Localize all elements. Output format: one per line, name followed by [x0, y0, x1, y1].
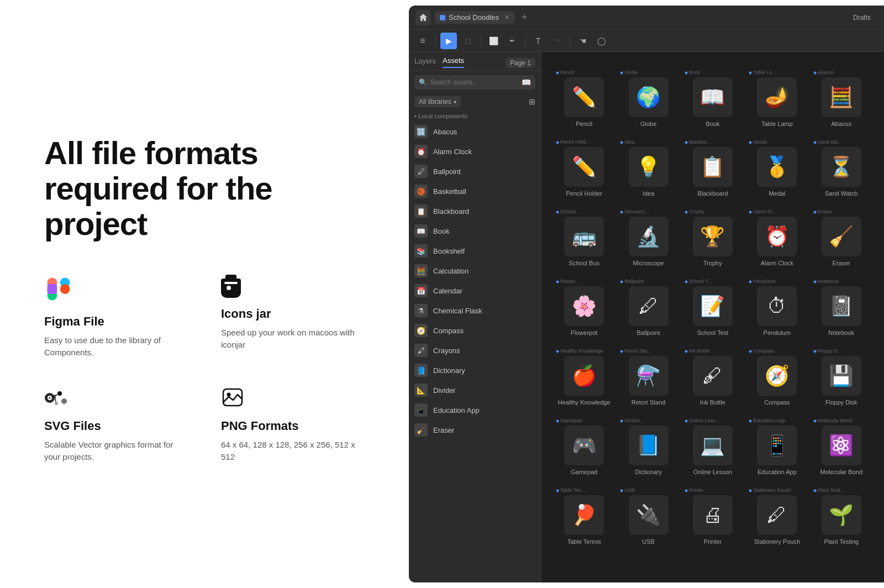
sidebar-tab-assets[interactable]: Assets [443, 56, 464, 68]
icon-cell[interactable]: ◆ Blackbo... 📋 Blackboard [681, 133, 744, 201]
icon-tag-label: Printer [689, 487, 704, 493]
tool-frame[interactable]: ⬚ [459, 33, 476, 49]
icon-cell[interactable]: ◆ Abacus 🧮 Abacus [810, 63, 873, 132]
sidebar-item[interactable]: 🧭 Compass [409, 321, 541, 340]
icon-cell[interactable]: ◆ School... 🚌 School Bus [552, 202, 615, 271]
sidebar-item[interactable]: 🖍 Crayons [409, 340, 541, 360]
item-icon: 📐 [414, 384, 428, 397]
icon-cell[interactable]: ◆ Retort Sta... ⚗️ Retort Stand [617, 342, 680, 410]
sidebar-item[interactable]: 🏀 Basketball [409, 181, 541, 201]
icon-cell[interactable]: ◆ Ballpoint 🖊 Ballpoint [617, 272, 680, 340]
item-icon-emoji: ⏰ [417, 148, 425, 156]
icon-name-label: Pencil Holder [566, 190, 602, 197]
tool-hand[interactable]: ☚ [575, 33, 591, 49]
tool-rect[interactable]: ⬜ [485, 33, 502, 49]
tool-select[interactable]: ▶ [440, 33, 457, 49]
tool-component[interactable]: ⋯ [549, 33, 565, 49]
tool-text[interactable]: T [530, 33, 546, 49]
sidebar-tab-row: Layers Assets Page 1 [409, 52, 541, 71]
icon-name-label: Ballpoint [636, 329, 660, 336]
icon-cell[interactable]: ◆ Eraser 🧹 Eraser [810, 202, 873, 271]
sidebar-item[interactable]: 🧹 Eraser [409, 420, 541, 440]
svg-point-8 [57, 391, 62, 396]
diamond-icon: ◆ [685, 488, 688, 493]
icon-cell[interactable]: ◆ Notebook 📓 Notebook [810, 272, 873, 340]
figma-sidebar: Layers Assets Page 1 🔍 📖 All libraries ▾… [409, 52, 541, 582]
grid-view-button[interactable]: ⊞ [529, 97, 535, 106]
icon-cell[interactable]: ◆ USB 🔌 USB [617, 481, 680, 549]
icon-cell[interactable]: ◆ Microsco... 🔬 Microscope [617, 202, 680, 271]
icon-cell[interactable]: ◆ Medal 🥇 Medal [745, 133, 808, 201]
add-tab-button[interactable]: + [518, 12, 531, 23]
diamond-icon: ◆ [620, 488, 623, 493]
icon-name-label: Printer [704, 538, 722, 545]
icon-image: ⚛️ [822, 426, 861, 465]
icon-cell[interactable]: ◆ Gamepad 🎮 Gamepad [552, 411, 615, 480]
figma-tab-school-doodles[interactable]: School Doodles ✕ [434, 11, 515, 24]
icon-tag: ◆ Retort Sta... [620, 348, 676, 354]
icon-cell[interactable]: ◆ Compass 🧭 Compass [745, 342, 808, 410]
sidebar-item[interactable]: ⏰ Alarm Clock [409, 141, 541, 161]
icon-cell[interactable]: ◆ Globe 🌍 Globe [617, 63, 680, 132]
sidebar-tab-layers[interactable]: Layers [414, 57, 436, 67]
assets-search-bar: 🔍 📖 [414, 75, 535, 90]
icon-name-label: Eraser [833, 260, 850, 266]
figma-tool-row: ≡ ▶ ⬚ ⬜ ✒ T ⋯ ☚ ◯ [409, 30, 884, 52]
sidebar-item[interactable]: 📅 Calendar [409, 281, 541, 301]
icon-tag-label: Trophy [689, 209, 704, 214]
icon-cell[interactable]: ◆ Book 📖 Book [681, 63, 744, 132]
sidebar-item[interactable]: 📖 Book [409, 221, 541, 241]
item-icon: 📋 [414, 204, 428, 218]
icon-cell[interactable]: ◆ Education App 📱 Education App [745, 411, 808, 480]
icon-cell[interactable]: ◆ Pencil Hold... ✏️ Pencil Holder [552, 133, 615, 201]
sidebar-item[interactable]: 📐 Divider [409, 380, 541, 400]
icon-cell[interactable]: ◆ Diction... 📘 Dictionary [617, 411, 680, 480]
icon-tag-label: Gamepad [560, 418, 582, 423]
search-input[interactable] [430, 78, 518, 86]
item-icon-emoji: 🖍 [418, 347, 425, 355]
page-label: Page 1 [506, 57, 535, 67]
icon-cell[interactable]: ◆ Pendulum ⏱ Pendulum [745, 272, 808, 340]
icon-cell[interactable]: ◆ Sand Wa... ⏳ Sand Watch [810, 133, 873, 201]
icon-cell[interactable]: ◆ Floppy D... 💾 Floppy Disk [810, 342, 873, 410]
sidebar-item[interactable]: ⚗ Chemical Flask [409, 301, 541, 321]
icon-name-label: Abacus [831, 120, 851, 127]
icon-cell[interactable]: ◆ Pencil ✏️ Pencil [552, 63, 615, 132]
item-label: Bookshelf [433, 247, 465, 255]
icon-cell[interactable]: ◆ Table Le... 🪔 Table Lamp [745, 63, 808, 132]
diamond-icon: ◆ [749, 488, 752, 493]
sidebar-item[interactable]: 🖊 Ballpoint [409, 161, 541, 181]
sidebar-item[interactable]: 📚 Bookshelf [409, 241, 541, 261]
icon-cell[interactable]: ◆ Alarm Cl... ⏰ Alarm Clock [745, 202, 808, 271]
icon-cell[interactable]: ◆ School T... 📝 School Test [681, 272, 744, 340]
all-libraries-button[interactable]: All libraries ▾ [414, 96, 461, 107]
tab-close-button[interactable]: ✕ [504, 14, 509, 21]
tool-pen[interactable]: ✒ [504, 33, 520, 49]
icon-cell[interactable]: ◆ Idea 💡 Idea [617, 133, 680, 201]
diamond-icon: ◆ [749, 209, 752, 214]
icon-cell[interactable]: ◆ Trophy 🏆 Trophy [681, 202, 744, 271]
icon-cell[interactable]: ◆ Healthy Knowledge 🍎 Healthy Knowledge [552, 342, 615, 410]
sidebar-item[interactable]: 📱 Education App [409, 400, 541, 420]
icon-cell[interactable]: ◆ Molecular Bond ⚛️ Molecular Bond [810, 411, 873, 480]
icon-image: 💡 [629, 147, 669, 187]
icon-cell[interactable]: ◆ Plant Testi... 🌱 Plant Testing [810, 481, 873, 549]
icon-cell[interactable]: ◆ Stationery Pouch 🖊 Stationery Pouch [745, 481, 808, 549]
icon-tag-label: Compass [753, 348, 774, 354]
icon-name-label: Plant Testing [824, 538, 859, 545]
sidebar-item[interactable]: 🧮 Calculation [409, 261, 541, 281]
icon-cell[interactable]: ◆ Flower... 🌸 Flowerpot [552, 272, 615, 340]
icon-cell[interactable]: ◆ Online Less... 💻 Online Lesson [681, 411, 744, 480]
sidebar-item[interactable]: 📘 Dictionary [409, 360, 541, 380]
icon-cell[interactable]: ◆ Ink Bottle 🖋 Ink Bottle [681, 342, 744, 410]
book-icon[interactable]: 📖 [522, 78, 531, 87]
icon-tag-label: Table Ten... [560, 487, 586, 493]
figma-home-button[interactable] [415, 10, 431, 25]
tool-menu[interactable]: ≡ [414, 33, 431, 49]
icon-cell[interactable]: ◆ Table Ten... 🏓 Table Tennis [552, 481, 615, 549]
sidebar-item[interactable]: 🔢 Abacus [409, 122, 541, 141]
icon-cell[interactable]: ◆ Printer 🖨 Printer [681, 481, 744, 549]
item-label: Compass [433, 327, 464, 335]
tool-comment[interactable]: ◯ [593, 33, 610, 49]
sidebar-item[interactable]: 📋 Blackboard [409, 201, 541, 221]
